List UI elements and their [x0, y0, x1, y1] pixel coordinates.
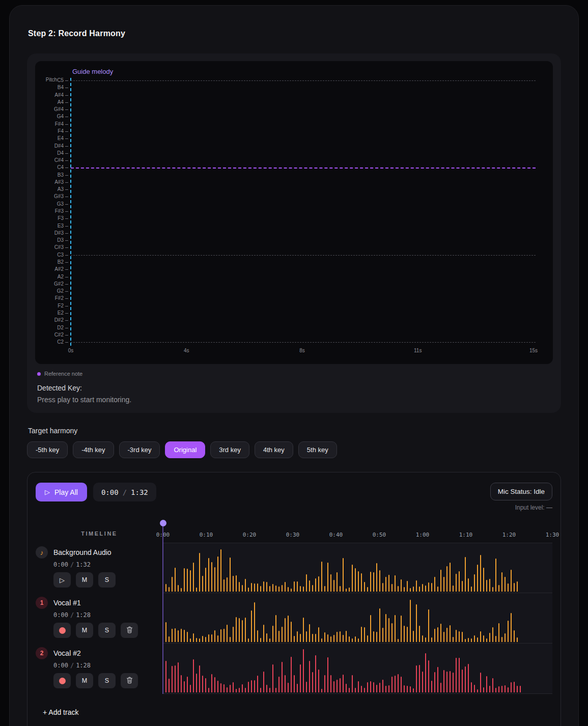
- waveform-bar: [337, 680, 338, 692]
- track-play-button[interactable]: ▷: [53, 572, 71, 588]
- waveform-bar: [431, 583, 432, 592]
- harmony-option-original[interactable]: Original: [165, 441, 205, 458]
- waveform-bar: [361, 627, 362, 642]
- pitch-tick: [65, 313, 68, 314]
- waveform-bar: [217, 635, 218, 642]
- waveform-bar: [349, 688, 350, 692]
- trash-icon: [126, 677, 133, 685]
- waveform-bar: [193, 633, 194, 642]
- track-header: 2 Vocal #2: [36, 647, 163, 659]
- track-mute-button[interactable]: M: [76, 623, 93, 638]
- waveform-lane-vocal-1[interactable]: [163, 593, 552, 644]
- waveform-bar: [453, 585, 454, 592]
- track-delete-button[interactable]: [121, 673, 138, 688]
- waveform-bar: [260, 688, 261, 692]
- waveform-bar: [205, 568, 206, 592]
- waveform-bar: [385, 577, 386, 592]
- harmony-option-5th-key[interactable]: 5th key: [298, 441, 337, 458]
- track-mute-button[interactable]: M: [76, 572, 93, 588]
- waveform-bar: [272, 584, 273, 592]
- waveform-bar: [471, 682, 472, 692]
- waveform-bar: [269, 586, 270, 592]
- track-solo-button[interactable]: S: [98, 673, 116, 688]
- waveform-bar: [297, 631, 298, 642]
- waveform-bar: [477, 689, 478, 692]
- waveform-bar: [269, 638, 270, 642]
- play-all-button[interactable]: ▷ Play All: [36, 483, 87, 501]
- add-track-button[interactable]: + Add track: [39, 706, 82, 718]
- harmony-option--5th-key[interactable]: -5th key: [27, 441, 68, 458]
- track-solo-button[interactable]: S: [98, 623, 116, 638]
- waveform-bar: [471, 587, 472, 592]
- waveform-bar: [468, 638, 469, 642]
- waveform-bar: [355, 636, 356, 642]
- harmony-option--4th-key[interactable]: -4th key: [73, 441, 114, 458]
- waveform-bar: [443, 670, 444, 692]
- waveform-bar: [428, 660, 429, 692]
- ruler-label-1-10: 1:10: [459, 532, 473, 538]
- waveform-bar: [367, 635, 368, 642]
- waveform-bar: [242, 684, 243, 692]
- track-time: 0:00/1:28: [53, 611, 163, 619]
- page-title: Step 2: Record Harmony: [28, 29, 561, 38]
- pitch-tick: [65, 102, 68, 103]
- waveform-bar: [196, 588, 197, 592]
- waveform-bar: [205, 678, 206, 692]
- waveform-bar: [517, 581, 518, 592]
- record-icon: [59, 627, 66, 634]
- track-solo-button[interactable]: S: [98, 572, 116, 588]
- waveform-bar: [364, 688, 365, 692]
- pitch-tick: [65, 262, 68, 263]
- waveform-lane-vocal-2[interactable]: [163, 644, 552, 694]
- waveform-bar: [450, 671, 451, 692]
- waveform-bar: [364, 582, 365, 592]
- waveform-bar: [370, 681, 371, 692]
- waveform-bar: [401, 616, 402, 642]
- waveform-bar: [413, 587, 414, 592]
- waveform-bar: [327, 563, 328, 592]
- track-mute-button[interactable]: M: [76, 673, 93, 688]
- waveform-bar: [388, 685, 389, 692]
- waveform-bar: [407, 686, 408, 692]
- pitch-label-c2: C2: [35, 339, 64, 345]
- waveform-bar: [324, 632, 325, 642]
- waveform-bar: [260, 638, 261, 642]
- waveform-lane-background-audio[interactable]: [163, 543, 552, 593]
- waveform-bar: [520, 686, 521, 692]
- waveform-bar: [434, 672, 435, 692]
- waveform-bar: [202, 576, 203, 592]
- waveform-bar: [288, 683, 289, 692]
- harmony-option--3rd-key[interactable]: -3rd key: [119, 441, 160, 458]
- track-time: 0:00/1:28: [53, 662, 163, 669]
- waveform-bar: [382, 628, 383, 642]
- harmony-option-3rd-key[interactable]: 3rd key: [210, 441, 249, 458]
- waveform-bar: [398, 639, 399, 642]
- mic-status-button[interactable]: Mic Status: Idle: [490, 483, 552, 500]
- pitch-label-d3: D3: [35, 237, 64, 243]
- waveform-bar: [303, 649, 304, 692]
- pitch-tick: [65, 284, 68, 285]
- record-icon: [59, 678, 66, 684]
- waveform-bar: [266, 582, 267, 592]
- waveform-bar: [505, 685, 506, 692]
- waveform-bar: [321, 638, 322, 642]
- waveform-bar: [410, 686, 411, 692]
- waveform-bar: [321, 562, 322, 592]
- track-record-button[interactable]: [53, 673, 71, 688]
- waveform-bar: [288, 616, 289, 642]
- waveform-bar: [266, 685, 267, 692]
- harmony-option-4th-key[interactable]: 4th key: [255, 441, 293, 458]
- waveform-bar: [410, 600, 411, 642]
- waveform-bar: [501, 686, 502, 692]
- pitch-tick: [65, 298, 68, 299]
- track-record-button[interactable]: [53, 623, 71, 638]
- waveform-bar: [495, 636, 496, 642]
- playhead-line: [162, 526, 163, 694]
- waveform-bar: [410, 588, 411, 592]
- waveform-bar: [230, 557, 231, 592]
- pitch-tick: [65, 160, 68, 161]
- track-delete-button[interactable]: [121, 623, 138, 638]
- waveform-bar: [480, 631, 481, 642]
- waveform-bar: [434, 629, 435, 642]
- waveform-bar: [251, 583, 252, 592]
